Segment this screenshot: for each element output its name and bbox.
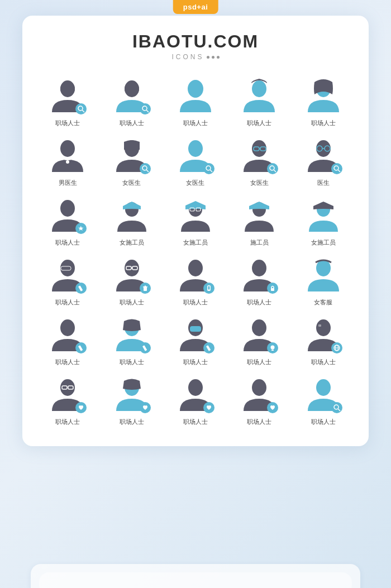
- person-icon: [112, 197, 152, 235]
- svg-point-13: [60, 140, 75, 157]
- svg-point-20: [203, 163, 214, 174]
- svg-point-78: [271, 346, 275, 350]
- site-subtitle: ICONS: [36, 53, 355, 61]
- avatar: [47, 78, 88, 116]
- pencil-badge-icon: [203, 342, 214, 353]
- avatar: [239, 317, 279, 355]
- list-item: 职场人士: [292, 72, 355, 130]
- list-item: 男医生: [36, 132, 99, 189]
- list-item: 职场人士: [99, 371, 163, 428]
- search-badge-icon: [203, 163, 214, 174]
- svg-point-1: [60, 82, 75, 96]
- svg-rect-61: [208, 286, 209, 290]
- list-item: 职场人士: [164, 371, 227, 428]
- trash-badge-icon: [140, 283, 151, 294]
- list-item: 职场人士: [99, 72, 163, 130]
- globe-badge-icon: [331, 342, 342, 353]
- icon-label: 职场人士: [120, 298, 144, 307]
- search-badge-icon: [140, 103, 151, 114]
- icon-label: 女施工员: [120, 238, 144, 247]
- icon-label: 施工员: [250, 238, 269, 247]
- icon-label: 女施工员: [311, 238, 336, 247]
- svg-rect-73: [190, 326, 201, 332]
- list-item: 职场人士: [164, 72, 227, 130]
- avatar: [47, 137, 88, 175]
- list-item: 职场人士: [99, 311, 163, 369]
- card-shadow-1: [31, 564, 360, 588]
- icon-label: 职场人士: [55, 418, 80, 426]
- svg-rect-79: [271, 350, 274, 351]
- svg-point-65: [316, 260, 331, 276]
- list-item: 职场人士: [292, 371, 355, 428]
- icon-label: 职场人士: [55, 238, 80, 247]
- person-icon: [47, 137, 88, 175]
- list-item: 女医生: [164, 132, 227, 189]
- phone-badge-icon: [203, 283, 214, 294]
- lock-badge-icon: [267, 283, 278, 294]
- list-item: 女施工员: [164, 192, 227, 249]
- list-item: 职场人士: [292, 311, 355, 369]
- avatar: [175, 78, 216, 116]
- avatar: [47, 197, 88, 235]
- person-icon: [239, 78, 279, 116]
- list-item: 女客服: [292, 251, 355, 309]
- pencil-badge-icon: [140, 342, 151, 353]
- list-item: 医生: [292, 132, 355, 189]
- avatar: [112, 78, 152, 116]
- list-item: 女医生: [99, 132, 163, 189]
- avatar: [303, 137, 344, 175]
- avatar: [112, 317, 152, 355]
- svg-point-19: [188, 140, 203, 157]
- avatar: [175, 376, 216, 414]
- icon-label: 女医生: [250, 179, 269, 187]
- svg-point-66: [60, 319, 75, 336]
- svg-point-6: [125, 82, 139, 96]
- svg-rect-81: [318, 324, 321, 327]
- svg-point-80: [316, 319, 331, 336]
- person-icon: [303, 257, 344, 295]
- svg-point-27: [267, 163, 278, 174]
- svg-point-11: [252, 80, 266, 97]
- svg-rect-47: [61, 266, 71, 270]
- bulb-badge-icon: [267, 342, 278, 353]
- icon-label: 职场人士: [183, 298, 208, 307]
- avatar: [303, 317, 344, 355]
- list-item: 职场人士: [36, 72, 99, 130]
- list-item: 职场人士: [36, 311, 99, 369]
- icon-label: 职场人士: [55, 119, 80, 127]
- pencil-badge-icon: [75, 283, 87, 294]
- svg-point-76: [252, 319, 266, 336]
- list-item: 职场人士: [227, 251, 291, 309]
- list-item: 职场人士: [227, 72, 291, 130]
- svg-point-97: [331, 402, 342, 413]
- list-item: 女施工员: [99, 192, 163, 249]
- main-card: IBAOTU.COM ICONS 职场人士 职场人士 职场人士 职场人士 职场人…: [22, 16, 369, 446]
- avatar: [47, 317, 88, 355]
- person-icon: [239, 197, 279, 235]
- pencil-badge-icon: [75, 342, 87, 353]
- format-badge: psd+ai: [173, 0, 218, 14]
- icon-label: 职场人士: [55, 358, 80, 366]
- svg-point-16: [140, 163, 151, 174]
- svg-rect-64: [271, 288, 274, 291]
- icon-label: 职场人士: [311, 358, 336, 366]
- svg-rect-55: [144, 287, 147, 291]
- icon-label: 女施工员: [183, 238, 208, 247]
- icon-label: 职场人士: [120, 418, 144, 426]
- avatar: [112, 376, 152, 414]
- list-item: 职场人士: [164, 311, 227, 369]
- svg-point-86: [60, 379, 75, 396]
- dot3: [217, 56, 220, 59]
- avatar: [239, 376, 279, 414]
- icon-grid: 职场人士 职场人士 职场人士 职场人士 职场人士 男医生 女医生: [36, 72, 355, 428]
- list-item: 职场人士: [36, 192, 99, 249]
- avatar: [175, 197, 216, 235]
- icon-label: 职场人士: [55, 298, 80, 307]
- avatar: [303, 376, 344, 414]
- heart-badge-icon: [140, 402, 151, 413]
- avatar: [112, 197, 152, 235]
- icon-label: 职场人士: [247, 418, 271, 426]
- person-icon: [303, 197, 344, 235]
- avatar: [47, 257, 88, 295]
- svg-point-7: [140, 103, 151, 114]
